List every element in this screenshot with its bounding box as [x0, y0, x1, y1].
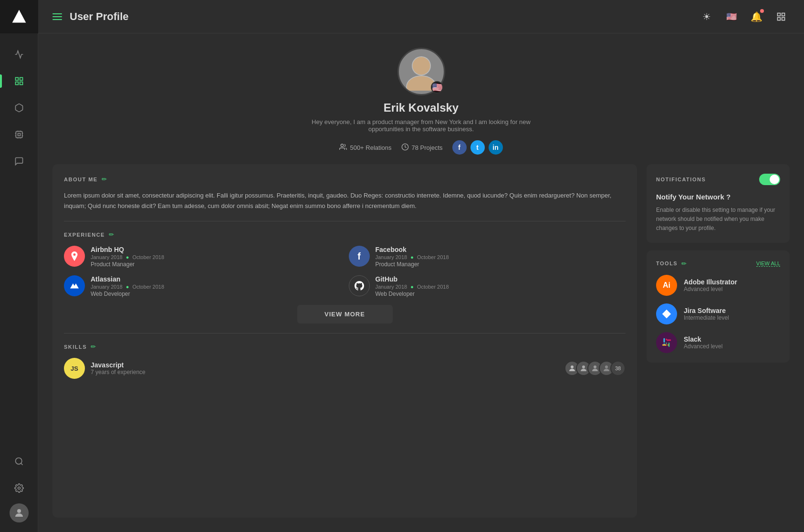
experience-grid: Airbnb HQ January 2018 ● October 2018 Pr…: [64, 246, 626, 297]
github-role: Web Developer: [376, 291, 626, 297]
profile-bio: Hey everyone, I am a product manager fro…: [302, 118, 541, 133]
experience-title: EXPERIENCE: [64, 232, 105, 238]
exp-item-atlassian: Atlassian January 2018 ● October 2018 We…: [64, 275, 341, 297]
toggle-thumb: [770, 175, 779, 184]
about-edit-icon[interactable]: ✏: [102, 176, 107, 183]
about-divider: [64, 221, 626, 221]
tool-item-illustrator: Ai Adobe Illustrator Advanced level: [656, 275, 780, 296]
airbnb-info: Airbnb HQ January 2018 ● October 2018 Pr…: [91, 246, 341, 268]
skill-item-javascript: JS Javascript 7 years of experience: [64, 358, 626, 379]
svg-point-19: [341, 144, 344, 146]
sidebar-item-chat[interactable]: [8, 150, 31, 173]
airbnb-dates: January 2018 ● October 2018: [91, 254, 341, 260]
exp-item-airbnb: Airbnb HQ January 2018 ● October 2018 Pr…: [64, 246, 341, 268]
view-all-link[interactable]: VIEW ALL: [756, 261, 780, 267]
svg-point-22: [582, 365, 585, 368]
notifications-toggle[interactable]: [759, 174, 780, 185]
jira-level: Intermediate level: [684, 314, 780, 321]
tools-title-wrap: TOOLS ✏: [656, 260, 687, 267]
theme-icon[interactable]: ☀: [698, 8, 715, 25]
jira-info: Jira Software Intermediate level: [684, 307, 780, 321]
svg-point-10: [17, 509, 21, 513]
relations-count: 500+ Relations: [350, 144, 391, 151]
tools-card: TOOLS ✏ VIEW ALL Ai Adobe Illustrator Ad…: [647, 250, 790, 363]
tool-item-slack: Slack Advanced level: [656, 332, 780, 353]
main-content: User Profile ☀ 🇺🇸 🔔: [38, 0, 804, 532]
menu-icon[interactable]: [52, 13, 62, 20]
jira-name: Jira Software: [684, 307, 780, 314]
profile-country-flag: 🇺🇸: [431, 81, 443, 94]
sidebar-item-search[interactable]: [8, 450, 31, 473]
github-info: GitHub January 2018 ● October 2018 Web D…: [376, 275, 626, 297]
jira-logo: [656, 303, 677, 324]
github-logo: [349, 275, 370, 296]
illustrator-level: Advanced level: [684, 286, 780, 292]
svg-rect-5: [18, 134, 20, 136]
javascript-experience: 7 years of experience: [91, 369, 559, 376]
svg-rect-31: [668, 344, 669, 345]
sidebar-item-activity[interactable]: [8, 43, 31, 66]
svg-marker-0: [12, 10, 26, 23]
grid-icon[interactable]: [773, 8, 790, 25]
atlassian-role: Web Developer: [91, 291, 341, 297]
javascript-badge: JS: [64, 358, 85, 379]
svg-rect-2: [20, 78, 22, 81]
skills-header: SKILLS ✏: [64, 343, 626, 350]
svg-rect-33: [666, 338, 667, 340]
experience-edit-icon[interactable]: ✏: [109, 231, 114, 238]
facebook-link[interactable]: f: [452, 140, 467, 155]
flag-icon[interactable]: 🇺🇸: [723, 8, 740, 25]
svg-rect-14: [782, 17, 785, 20]
tools-title: TOOLS: [656, 261, 678, 266]
slack-logo: [656, 332, 677, 353]
svg-point-17: [412, 57, 430, 75]
airbnb-logo: [64, 246, 85, 267]
svg-point-23: [594, 365, 596, 368]
sidebar-item-chip[interactable]: [8, 123, 31, 146]
facebook-role: Product Manager: [376, 261, 626, 268]
notifications-description: Enable or disable this setting to manage…: [656, 206, 780, 233]
notifications-card: NOTIFICATIONS Notify Your Network ? Enab…: [647, 164, 790, 243]
view-more-button[interactable]: VIEW MORE: [297, 305, 393, 323]
exp-item-github: GitHub January 2018 ● October 2018 Web D…: [349, 275, 626, 297]
sidebar-bottom: [8, 450, 31, 532]
skill-endorsers: 38: [564, 361, 626, 376]
svg-rect-32: [667, 339, 671, 341]
svg-rect-26: [664, 338, 665, 342]
tools-edit-icon[interactable]: ✏: [681, 260, 687, 267]
slack-name: Slack: [684, 335, 780, 343]
profile-name: Erik Kovalsky: [384, 101, 459, 115]
facebook-dates: January 2018 ● October 2018: [376, 254, 626, 260]
experience-divider: [64, 333, 626, 334]
atlassian-dates: January 2018 ● October 2018: [91, 284, 341, 290]
sidebar-item-cube[interactable]: [8, 96, 31, 119]
slack-level: Advanced level: [684, 343, 780, 350]
projects-count: 78 Projects: [412, 144, 443, 151]
facebook-logo: f: [349, 246, 370, 267]
airbnb-role: Product Manager: [91, 261, 341, 268]
app-logo[interactable]: [0, 0, 38, 33]
github-company: GitHub: [376, 275, 626, 283]
twitter-link[interactable]: t: [470, 140, 485, 155]
user-avatar[interactable]: [10, 503, 29, 522]
svg-rect-1: [15, 78, 18, 81]
svg-rect-12: [782, 13, 785, 16]
svg-point-7: [15, 458, 21, 464]
sidebar-item-dashboard[interactable]: [8, 70, 31, 93]
header-actions: ☀ 🇺🇸 🔔: [698, 8, 790, 25]
sidebar-item-settings[interactable]: [8, 477, 31, 500]
notification-icon[interactable]: 🔔: [748, 8, 765, 25]
skills-edit-icon[interactable]: ✏: [91, 343, 96, 350]
illustrator-logo: Ai: [656, 275, 677, 296]
atlassian-company: Atlassian: [91, 275, 341, 283]
notifications-subtitle: Notify Your Network ?: [656, 193, 780, 201]
exp-item-facebook: f Facebook January 2018 ● October 2018 P…: [349, 246, 626, 268]
experience-header: EXPERIENCE ✏: [64, 231, 626, 238]
projects-icon: [401, 143, 409, 152]
notification-dot: [760, 9, 764, 13]
linkedin-link[interactable]: in: [489, 140, 503, 155]
about-text: Lorem ipsum dolor sit amet, consectetur …: [64, 190, 626, 211]
facebook-info: Facebook January 2018 ● October 2018 Pro…: [376, 246, 626, 268]
svg-marker-25: [662, 309, 671, 318]
right-panel: NOTIFICATIONS Notify Your Network ? Enab…: [647, 164, 790, 518]
